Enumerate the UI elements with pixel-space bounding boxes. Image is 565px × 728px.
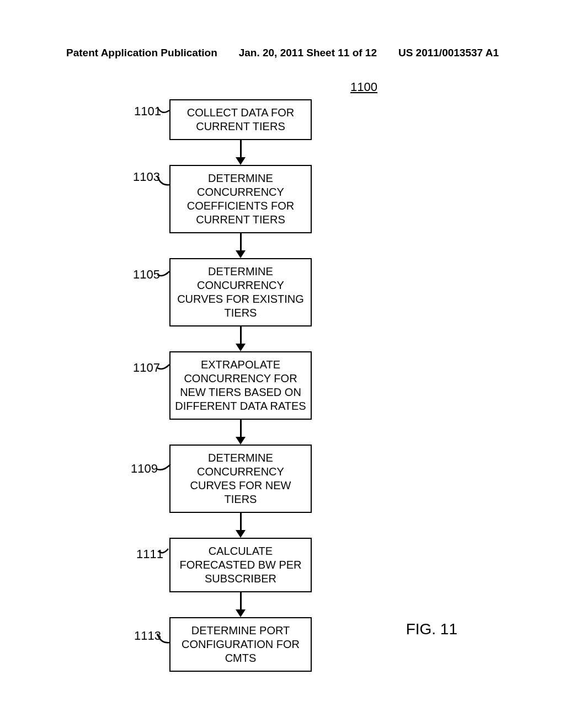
diagram-number: 1100 <box>350 80 377 94</box>
arrow-line <box>240 140 242 157</box>
step-box-1113: 1113 DETERMINE PORT CONFIGURATION FOR CM… <box>169 617 312 672</box>
step-label-1103: 1103 <box>133 169 160 185</box>
step-box-1101: 1101 COLLECT DATA FOR CURRENT TIERS <box>169 99 312 140</box>
arrow-head-icon <box>236 344 246 351</box>
page-header: Patent Application Publication Jan. 20, … <box>0 47 565 59</box>
arrow <box>236 592 246 617</box>
connector-line <box>156 633 170 646</box>
step-box-1107: 1107 EXTRAPOLATE CONCURRENCY FOR NEW TIE… <box>169 351 312 420</box>
arrow-line <box>240 513 242 530</box>
step-box-1109: 1109 DETERMINE CONCURRENCY CURVES FOR NE… <box>169 445 312 513</box>
header-date-sheet: Jan. 20, 2011 Sheet 11 of 12 <box>239 47 377 59</box>
arrow <box>236 420 246 445</box>
header-publication: Patent Application Publication <box>66 47 217 59</box>
connector-line <box>156 106 173 122</box>
arrow-head-icon <box>236 157 246 165</box>
arrow-head-icon <box>236 437 246 445</box>
arrow-head-icon <box>236 530 246 538</box>
step-text: DETERMINE CONCURRENCY COEFFICIENTS FOR C… <box>174 172 307 227</box>
arrow <box>236 326 246 351</box>
step-text: CALCULATE FORECASTED BW PER SUBSCRIBER <box>174 544 307 586</box>
arrow-head-icon <box>236 609 246 617</box>
connector-line <box>156 270 173 281</box>
arrow-line <box>240 326 242 344</box>
flowchart: 1101 COLLECT DATA FOR CURRENT TIERS 1103… <box>169 99 312 672</box>
arrow-line <box>240 420 242 437</box>
step-box-1103: 1103 DETERMINE CONCURRENCY COEFFICIENTS … <box>169 165 312 233</box>
step-label-1111: 1111 <box>136 547 163 562</box>
connector-line <box>156 363 173 374</box>
step-label-1101: 1101 <box>134 104 161 119</box>
figure-label: FIG. 11 <box>406 620 457 638</box>
step-box-1111: 1111 CALCULATE FORECASTED BW PER SUBSCRI… <box>169 538 312 592</box>
arrow-line <box>240 233 242 250</box>
arrow <box>236 140 246 165</box>
step-label-1109: 1109 <box>131 461 158 477</box>
step-label-1105: 1105 <box>133 267 160 282</box>
step-text: DETERMINE CONCURRENCY CURVES FOR NEW TIE… <box>174 451 307 506</box>
step-label-1107: 1107 <box>133 360 160 376</box>
connector-line <box>157 548 169 558</box>
step-text: EXTRAPOLATE CONCURRENCY FOR NEW TIERS BA… <box>174 358 307 413</box>
arrow <box>236 233 246 258</box>
step-label-1113: 1113 <box>134 628 161 644</box>
step-text: DETERMINE PORT CONFIGURATION FOR CMTS <box>174 624 307 665</box>
connector-line <box>155 462 173 473</box>
connector-line <box>156 175 173 191</box>
arrow <box>236 513 246 538</box>
step-label-text: 1109 <box>131 461 158 477</box>
header-application-number: US 2011/0013537 A1 <box>398 47 499 59</box>
arrow-line <box>240 592 242 609</box>
step-text: COLLECT DATA FOR CURRENT TIERS <box>174 106 307 133</box>
arrow-head-icon <box>236 250 246 258</box>
step-text: DETERMINE CONCURRENCY CURVES FOR EXISTIN… <box>174 265 307 320</box>
step-box-1105: 1105 DETERMINE CONCURRENCY CURVES FOR EX… <box>169 258 312 326</box>
